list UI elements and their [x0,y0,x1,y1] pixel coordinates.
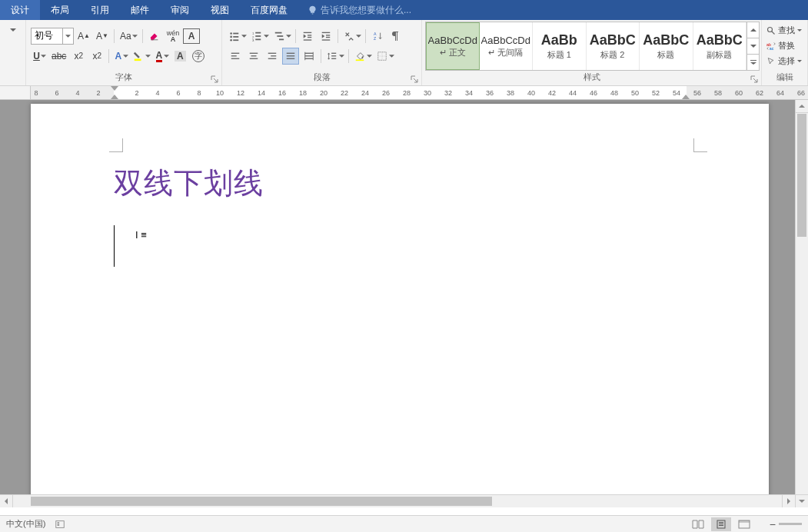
menu-layout[interactable]: 布局 [40,0,80,20]
page[interactable]: 双线下划线 I ≡ [31,104,769,507]
scroll-right-button[interactable] [782,495,795,507]
menu-design[interactable]: 设计 [0,0,40,20]
font-color-button[interactable]: A [153,48,170,65]
font-size-dropdown[interactable] [62,28,73,44]
underline-button[interactable]: U [31,48,48,65]
sort-button[interactable]: AZ [369,28,386,45]
chevron-down-icon [241,35,247,38]
align-justify-button[interactable] [282,48,299,65]
svg-rect-53 [58,524,60,526]
separator [348,49,349,63]
status-language[interactable]: 中文(中国) [6,518,45,530]
style-subtitle[interactable]: AaBbC 副标题 [693,22,747,70]
menu-view[interactable]: 视图 [200,0,240,20]
menu-review[interactable]: 审阅 [160,0,200,20]
scroll-down-button[interactable] [796,494,808,507]
chevron-down-icon [797,29,802,32]
font-size-combo[interactable] [31,28,74,45]
horizontal-ruler[interactable]: 8642246810121416182022242628303234363840… [31,86,808,99]
scroll-left-button[interactable] [0,495,13,507]
replace-button[interactable]: abac 替换 [765,38,803,54]
style-heading2[interactable]: AaBbC 标题 2 [587,22,640,70]
multilevel-list-button[interactable] [271,28,292,45]
horizontal-scrollbar[interactable] [0,494,795,507]
ruler-number: 4 [72,86,83,99]
clear-formatting-button[interactable] [146,28,163,45]
style-title[interactable]: AaBbC 标题 [640,22,693,70]
asian-layout-icon [344,31,354,42]
strikethrough-button[interactable]: abc [49,48,68,65]
bullets-button[interactable] [227,28,248,45]
character-border-button[interactable]: A [183,28,200,44]
zoom-slider-track[interactable] [779,523,802,525]
decrease-indent-button[interactable] [299,28,316,45]
accessibility-icon[interactable] [55,519,65,530]
svg-rect-13 [275,32,282,33]
gallery-up-button[interactable] [747,22,759,38]
first-line-indent-marker[interactable] [111,86,118,91]
align-distributed-button[interactable] [301,48,318,65]
document-area[interactable]: 双线下划线 I ≡ [0,100,808,507]
view-read-button[interactable] [688,517,708,531]
align-distributed-icon [304,51,314,62]
menu-mailings[interactable]: 邮件 [120,0,160,20]
select-button[interactable]: 选择 [765,54,803,69]
line-spacing-button[interactable] [324,48,345,65]
change-case-button[interactable]: Aa [118,28,139,45]
asian-layout-button[interactable] [341,28,362,45]
font-size-input[interactable] [32,31,62,42]
read-mode-icon [692,520,704,529]
select-label: 选择 [778,55,795,67]
character-shading-button[interactable]: A [171,48,188,65]
numbering-button[interactable]: 123 [249,28,270,45]
enclose-characters-button[interactable]: 字 [190,48,207,65]
superscript-button[interactable]: x2 [88,48,105,65]
styles-dialog-launcher[interactable] [750,75,759,84]
paragraph-dialog-launcher[interactable] [410,75,419,84]
align-center-button[interactable] [245,48,262,65]
ruler-number: 6 [52,86,62,99]
hscroll-thumb[interactable] [31,497,492,506]
tell-me-search[interactable]: 告诉我您想要做什么... [298,4,411,17]
highlighter-icon [133,51,144,62]
paste-dropdown[interactable] [3,22,23,38]
style-heading1[interactable]: AaBb 标题 1 [533,22,587,70]
svg-text:ac: ac [770,46,774,51]
shrink-font-button[interactable]: A▼ [94,28,111,45]
increase-indent-button[interactable] [318,28,334,45]
ruler-number: 26 [381,86,391,99]
scroll-up-button[interactable] [796,100,808,113]
show-marks-button[interactable] [387,28,404,45]
svg-rect-35 [287,52,295,53]
style-normal[interactable]: AaBbCcDd ↵ 正文 [426,22,480,70]
document-text[interactable]: 双线下划线 [114,164,264,203]
vertical-scrollbar[interactable] [795,100,808,507]
align-right-button[interactable] [264,48,281,65]
right-indent-marker[interactable] [682,95,690,99]
style-nospacing[interactable]: AaBbCcDd ↵ 无间隔 [480,22,534,70]
vscroll-thumb[interactable] [797,114,806,237]
view-web-button[interactable] [734,517,754,531]
gallery-more-button[interactable] [747,55,759,70]
highlight-button[interactable] [131,48,151,65]
subscript-button[interactable]: x2 [70,48,87,65]
menu-bar: 设计 布局 引用 邮件 审阅 视图 百度网盘 告诉我您想要做什么... [0,0,808,20]
zoom-out-button[interactable]: − [770,518,776,530]
menu-baidu[interactable]: 百度网盘 [240,0,298,20]
menu-references[interactable]: 引用 [80,0,120,20]
grow-font-button[interactable]: A▲ [75,28,92,45]
text-effects-button[interactable]: A [112,48,129,65]
ruler-number: 66 [796,86,806,99]
hanging-indent-marker[interactable] [111,95,118,99]
font-dialog-launcher[interactable] [210,75,219,84]
find-button[interactable]: 查找 [765,23,803,38]
separator [321,49,321,63]
group-label-styles: 样式 [422,71,761,85]
view-print-button[interactable] [711,517,731,531]
align-left-button[interactable] [227,48,244,65]
borders-button[interactable] [374,48,395,65]
shading-button[interactable] [352,48,373,65]
phonetic-guide-button[interactable]: wénA [165,28,182,45]
ruler-number: 64 [775,86,786,99]
gallery-down-button[interactable] [747,38,759,55]
